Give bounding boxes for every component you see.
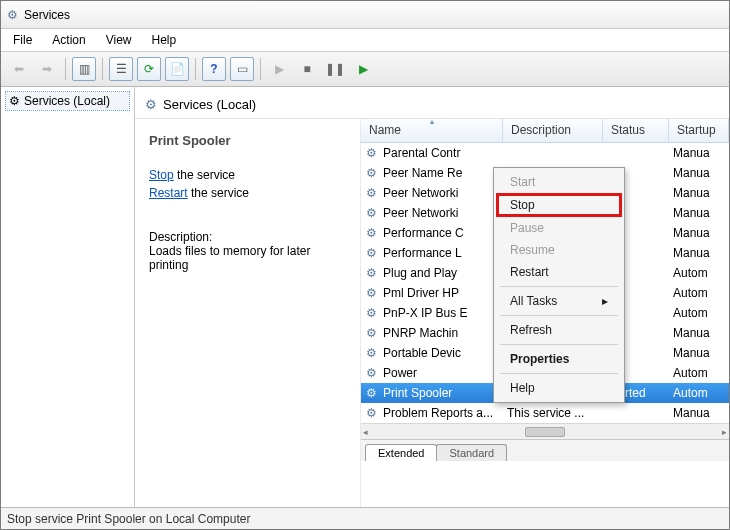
content-pane: ⚙ Services (Local) Print Spooler Stop th… bbox=[135, 87, 729, 507]
show-hide-tree-button[interactable]: ▥ bbox=[72, 57, 96, 81]
menu-view[interactable]: View bbox=[98, 31, 140, 49]
cell-name: Peer Networki bbox=[379, 186, 503, 200]
cell-name: Problem Reports a... bbox=[379, 406, 503, 420]
pane-header: ⚙ Services (Local) bbox=[135, 87, 729, 119]
restart-service-link[interactable]: Restart bbox=[149, 186, 188, 200]
ctx-stop[interactable]: Stop bbox=[496, 193, 622, 217]
ctx-help[interactable]: Help bbox=[496, 377, 622, 399]
cell-startup: Autom bbox=[669, 286, 729, 300]
stop-service-link[interactable]: Stop bbox=[149, 168, 174, 182]
cell-name: PNRP Machin bbox=[379, 326, 503, 340]
cell-startup: Manua bbox=[669, 186, 729, 200]
ctx-restart[interactable]: Restart bbox=[496, 261, 622, 283]
gear-icon: ⚙ bbox=[363, 206, 379, 220]
ctx-all-tasks[interactable]: All Tasks ▸ bbox=[496, 290, 622, 312]
gear-icon: ⚙ bbox=[145, 97, 157, 112]
horizontal-scrollbar[interactable]: ◂ ▸ bbox=[361, 423, 729, 439]
menu-bar: File Action View Help bbox=[1, 29, 729, 51]
tree-pane: ⚙ Services (Local) bbox=[1, 87, 135, 507]
pause-service-button[interactable]: ❚❚ bbox=[323, 57, 347, 81]
detail-panel: Print Spooler Stop the service Restart t… bbox=[135, 119, 361, 507]
service-list: Name Description Status Startup ⚙Parenta… bbox=[361, 119, 729, 507]
cell-name: Pml Driver HP bbox=[379, 286, 503, 300]
cell-startup: Manua bbox=[669, 226, 729, 240]
column-headers: Name Description Status Startup bbox=[361, 119, 729, 143]
refresh-button[interactable]: ⟳ bbox=[137, 57, 161, 81]
ctx-pause: Pause bbox=[496, 217, 622, 239]
stop-service-button[interactable]: ■ bbox=[295, 57, 319, 81]
ctx-all-tasks-label: All Tasks bbox=[510, 294, 557, 308]
col-startup[interactable]: Startup bbox=[669, 119, 729, 142]
tab-standard[interactable]: Standard bbox=[436, 444, 507, 461]
scroll-right-icon[interactable]: ▸ bbox=[722, 427, 727, 437]
status-bar: Stop service Print Spooler on Local Comp… bbox=[1, 507, 729, 529]
menu-action[interactable]: Action bbox=[44, 31, 93, 49]
gear-icon: ⚙ bbox=[363, 226, 379, 240]
gear-icon: ⚙ bbox=[363, 326, 379, 340]
properties-button[interactable]: ☰ bbox=[109, 57, 133, 81]
gear-icon: ⚙ bbox=[363, 286, 379, 300]
start-service-button[interactable]: ▶ bbox=[267, 57, 291, 81]
back-button[interactable]: ⬅ bbox=[7, 57, 31, 81]
description-label: Description: bbox=[149, 230, 350, 244]
gear-icon: ⚙ bbox=[363, 346, 379, 360]
gear-icon: ⚙ bbox=[363, 306, 379, 320]
ctx-properties[interactable]: Properties bbox=[496, 348, 622, 370]
ctx-separator bbox=[500, 344, 618, 345]
service-rows: ⚙Parental ContrManua⚙Peer Name ReManua⚙P… bbox=[361, 143, 729, 423]
gear-icon: ⚙ bbox=[363, 246, 379, 260]
gear-icon: ⚙ bbox=[363, 266, 379, 280]
cell-startup: Manua bbox=[669, 206, 729, 220]
cell-name: Peer Name Re bbox=[379, 166, 503, 180]
ctx-refresh[interactable]: Refresh bbox=[496, 319, 622, 341]
ctx-separator bbox=[500, 315, 618, 316]
gear-icon: ⚙ bbox=[363, 166, 379, 180]
cell-name: Performance C bbox=[379, 226, 503, 240]
pane-button[interactable]: ▭ bbox=[230, 57, 254, 81]
cell-startup: Autom bbox=[669, 366, 729, 380]
cell-name: Performance L bbox=[379, 246, 503, 260]
cell-startup: Manua bbox=[669, 406, 729, 420]
ctx-separator bbox=[500, 373, 618, 374]
stop-service-line: Stop the service bbox=[149, 166, 350, 184]
toolbar-separator bbox=[260, 58, 261, 80]
cell-startup: Manua bbox=[669, 346, 729, 360]
gear-icon: ⚙ bbox=[363, 386, 379, 400]
cell-name: Peer Networki bbox=[379, 206, 503, 220]
menu-help[interactable]: Help bbox=[144, 31, 185, 49]
cell-startup: Autom bbox=[669, 386, 729, 400]
menu-file[interactable]: File bbox=[5, 31, 40, 49]
gear-icon: ⚙ bbox=[363, 186, 379, 200]
tree-item-label: Services (Local) bbox=[24, 94, 110, 108]
col-description[interactable]: Description bbox=[503, 119, 603, 142]
restart-service-button[interactable]: ▶ bbox=[351, 57, 375, 81]
pane-title: Services (Local) bbox=[163, 97, 256, 112]
cell-name: Portable Devic bbox=[379, 346, 503, 360]
toolbar-separator bbox=[65, 58, 66, 80]
scroll-left-icon[interactable]: ◂ bbox=[363, 427, 368, 437]
col-name[interactable]: Name bbox=[361, 119, 503, 142]
toolbar-separator bbox=[102, 58, 103, 80]
description-text: Loads files to memory for later printing bbox=[149, 244, 350, 272]
cell-startup: Manua bbox=[669, 326, 729, 340]
toolbar: ⬅ ➡ ▥ ☰ ⟳ 📄 ? ▭ ▶ ■ ❚❚ ▶ bbox=[1, 51, 729, 87]
context-menu: Start Stop Pause Resume Restart All Task… bbox=[493, 167, 625, 403]
scroll-thumb[interactable] bbox=[525, 427, 565, 437]
restart-suffix: the service bbox=[188, 186, 249, 200]
ctx-separator bbox=[500, 286, 618, 287]
app-icon: ⚙ bbox=[7, 8, 18, 22]
table-row[interactable]: ⚙Parental ContrManua bbox=[361, 143, 729, 163]
table-row[interactable]: ⚙Problem Reports a...This service ...Man… bbox=[361, 403, 729, 423]
ctx-resume: Resume bbox=[496, 239, 622, 261]
window-title: Services bbox=[24, 8, 70, 22]
forward-button[interactable]: ➡ bbox=[35, 57, 59, 81]
cell-name: Print Spooler bbox=[379, 386, 503, 400]
gear-icon: ⚙ bbox=[363, 366, 379, 380]
export-list-button[interactable]: 📄 bbox=[165, 57, 189, 81]
col-status[interactable]: Status bbox=[603, 119, 669, 142]
tree-item-services-local[interactable]: ⚙ Services (Local) bbox=[5, 91, 130, 111]
view-tabs: Extended Standard bbox=[361, 439, 729, 461]
stop-suffix: the service bbox=[174, 168, 235, 182]
tab-extended[interactable]: Extended bbox=[365, 444, 437, 461]
help-button[interactable]: ? bbox=[202, 57, 226, 81]
